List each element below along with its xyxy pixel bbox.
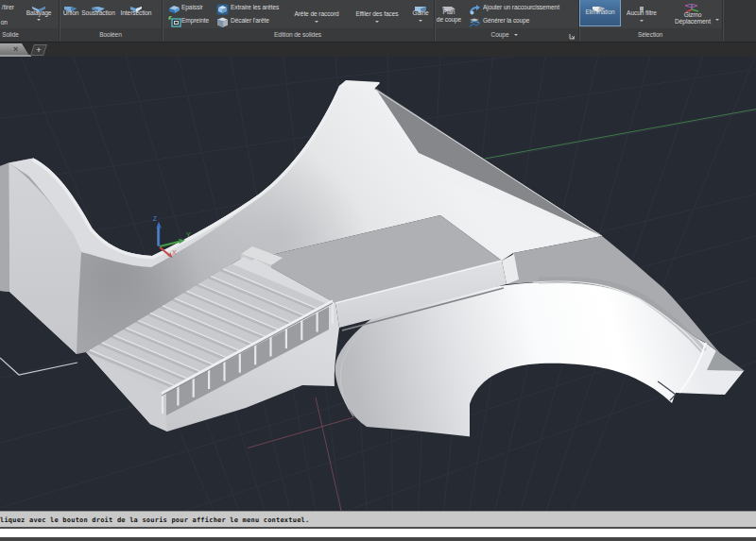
chevron-down-icon[interactable] [315,21,318,23]
button-aucun-filtre[interactable]: Aucun filtre [627,9,657,17]
panel-label-coupe: Coupe [491,30,509,39]
autocad-window: /tirer on Solide Balayage Booléen Union … [0,0,756,541]
chevron-down-icon[interactable] [514,34,518,36]
panel-separator [722,0,724,41]
button-balayage[interactable]: Balayage [26,9,52,17]
empreinte-icon[interactable] [168,14,181,31]
panel-label-solide: Solide [2,30,19,39]
button-soustraction[interactable]: Soustraction [81,9,114,17]
panel-label-edition-de-solides: Edition de solides [274,30,321,39]
command-message: liquez avec le bouton droit de la souris… [0,516,309,524]
button-arete-de-raccord[interactable]: Arête de raccord [294,10,338,18]
3d-viewport-canvas[interactable]: Z Y X [0,57,756,511]
button-gizmo-deplacement[interactable]: Gizmo Déplacement [669,11,716,25]
command-input-line[interactable] [0,529,756,537]
button-plan-de-coupe[interactable]: Plan de coupe [430,8,468,23]
button-effiler-des-faces[interactable]: Effiler des faces [355,10,398,18]
y-axis-label: Y [186,231,191,238]
button-union[interactable]: Union [63,9,79,17]
chevron-down-icon[interactable] [37,19,41,21]
button-epaissir[interactable]: Epaissir [181,4,203,11]
button-generer-la-coupe[interactable]: Générer la coupe [483,17,529,25]
chevron-down-icon[interactable] [640,20,644,22]
button-empreinte[interactable]: Empreinte [181,17,209,25]
button-extraire-les-aretes[interactable]: Extraire les arêtes [231,4,279,11]
panel-label-selection: Sélection [638,30,662,39]
x-axis-label: X [172,249,177,256]
panel-label-booleen: Booléen [99,30,122,39]
button-ajouter-un-raccourcissement[interactable]: Ajouter un raccourcissement [483,4,559,11]
panel-separator [162,0,163,41]
plus-icon: + [33,44,44,57]
viewport[interactable]: Z Y X [0,57,756,511]
ribbon: /tirer on Solide Balayage Booléen Union … [0,0,756,42]
chevron-down-icon[interactable] [419,20,422,22]
decaler-arete-icon[interactable] [216,15,229,32]
clipped-button-label[interactable]: /tirer [0,4,14,11]
clipped-button-label[interactable]: on [0,19,8,26]
command-window-edge [0,537,756,541]
file-tab-bar: × + [0,42,756,57]
chevron-down-icon[interactable] [375,21,379,23]
generer-la-coupe-icon[interactable] [469,15,481,32]
button-gaine[interactable]: Gaine [412,9,428,17]
z-axis-label: Z [153,215,158,222]
panel-launcher-icon[interactable] [569,33,576,40]
wall-left-side-face [0,163,9,293]
panel-separator [59,0,60,41]
ribbon-empty-area [723,0,756,42]
command-history-bar: liquez avec le bouton droit de la souris… [0,511,756,527]
button-elimination-label[interactable]: Elimination [585,8,614,16]
button-intersection[interactable]: Intersection [121,9,152,17]
new-tab-button[interactable]: + [30,44,47,56]
chevron-down-icon[interactable] [715,19,719,21]
button-decaler-arete[interactable]: Décaler l'arête [231,17,269,25]
